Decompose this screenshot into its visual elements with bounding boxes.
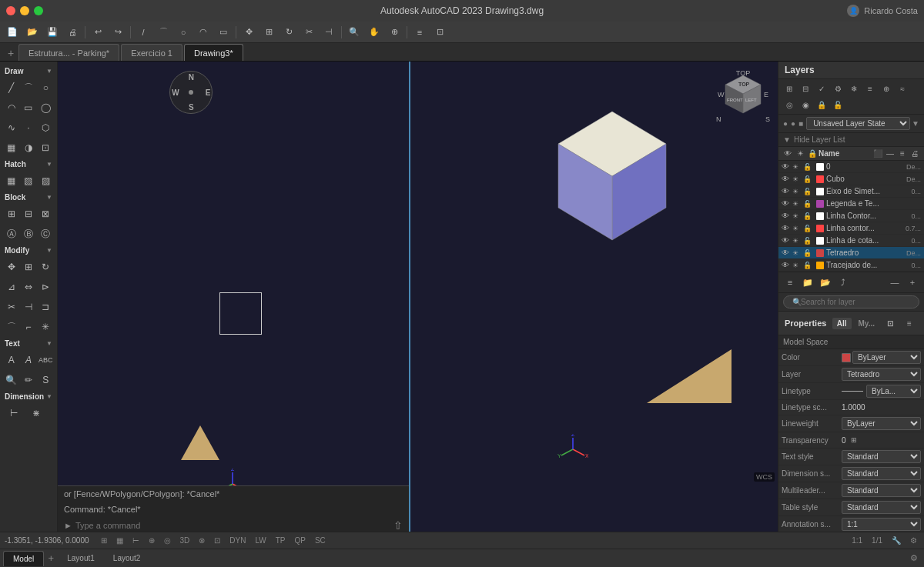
layer-eye-lc1[interactable]: 👁 <box>782 212 792 220</box>
text-section-header[interactable]: Text ▼ <box>2 337 55 350</box>
polar-toggle[interactable]: ⊕ <box>146 536 157 545</box>
layer-eye-lc2[interactable]: 👁 <box>782 224 792 232</box>
hatch-btn[interactable]: ▦ <box>3 172 19 190</box>
customize-btn[interactable]: ⚙ <box>908 536 919 545</box>
wblock-btn[interactable]: ⊠ <box>38 205 54 223</box>
line-button[interactable]: / <box>134 24 152 41</box>
spell-btn[interactable]: ABC <box>38 351 54 369</box>
layer-color-legenda[interactable] <box>816 200 824 208</box>
tab-exercicio[interactable]: Exercicio 1 <box>121 44 182 61</box>
modify-section-header[interactable]: Modify ▼ <box>2 244 55 257</box>
props-tab-all[interactable]: All <box>832 318 852 329</box>
arc-tool-btn[interactable]: ◠ <box>3 98 19 117</box>
hatch-section-header[interactable]: Hatch ▼ <box>2 158 55 171</box>
layer-freeze-lc2[interactable]: ☀ <box>792 225 803 232</box>
tab-model[interactable]: Model <box>3 551 44 566</box>
layer-eye-trac[interactable]: 👁 <box>782 261 792 269</box>
line-tool-btn[interactable]: ╱ <box>3 78 19 97</box>
block-section-header[interactable]: Block ▼ <box>2 191 55 204</box>
trim-button[interactable]: ✂ <box>300 24 318 41</box>
scale-btn[interactable]: ⊿ <box>3 278 19 296</box>
layer-row-eixo[interactable]: 👁 ☀ 🔓 Eixo de Simet... 0... <box>778 185 924 198</box>
osnap-toggle[interactable]: ◎ <box>162 536 173 545</box>
snap-toggle[interactable]: ⊞ <box>99 536 109 545</box>
layer-color-0[interactable] <box>816 163 824 171</box>
layer-minus-btn[interactable]: — <box>886 274 903 291</box>
textstyle-select[interactable]: Standard <box>842 450 921 463</box>
layer-freeze-tetra[interactable]: ☀ <box>792 249 803 257</box>
insert-block-btn[interactable]: ⊞ <box>3 205 19 223</box>
layer-lock-cubo[interactable]: 🔓 <box>803 175 814 183</box>
otrack-toggle[interactable]: ⊗ <box>196 536 207 545</box>
layer-freeze-lcota[interactable]: ☀ <box>792 237 803 245</box>
layer-lock-legenda[interactable]: 🔓 <box>803 200 814 208</box>
sc-toggle[interactable]: SC <box>313 536 328 545</box>
layer-new-btn[interactable]: ⊞ <box>782 81 797 96</box>
qp-toggle[interactable]: QP <box>293 536 308 545</box>
new-tab-button[interactable]: + <box>3 45 18 61</box>
layer-freeze-0[interactable]: ☀ <box>792 163 803 171</box>
layer-row-cubo[interactable]: 👁 ☀ 🔓 Cubo De... <box>778 173 924 185</box>
layer-current-btn[interactable]: ✓ <box>814 81 829 96</box>
layer-freeze-btn[interactable]: ❄ <box>846 81 862 96</box>
layer-lock-lc2[interactable]: 🔓 <box>803 225 814 232</box>
close-button[interactable] <box>6 6 15 15</box>
layer-row-linhacota[interactable]: 👁 ☀ 🔓 Linha de cota... 0... <box>778 235 924 247</box>
layer-color-eixo[interactable] <box>816 188 824 195</box>
layer-freeze-trac[interactable]: ☀ <box>792 262 803 269</box>
command-input[interactable] <box>75 521 393 530</box>
spline-tool-btn[interactable]: ∿ <box>3 118 19 137</box>
save-button[interactable]: 💾 <box>43 24 62 41</box>
layer-walk-btn[interactable]: ≡ <box>862 81 878 96</box>
nav-cube[interactable]: TOP LEFT FRONT TOP W E N S <box>716 69 770 123</box>
layer-search-input[interactable] <box>783 295 919 309</box>
tab-estrutura[interactable]: Estrutura... - Parking* <box>18 44 119 61</box>
draw-section-header[interactable]: Draw ▼ <box>2 65 55 78</box>
rect-tool-btn[interactable]: ▭ <box>20 98 36 117</box>
add-layout-btn[interactable]: + <box>44 552 58 565</box>
layer-dropdown-btn[interactable]: ≡ <box>410 24 429 41</box>
layer-lock-trac[interactable]: 🔓 <box>803 262 814 269</box>
tablestyle-select[interactable]: Standard <box>842 501 921 514</box>
print-button[interactable]: 🖨 <box>63 24 82 41</box>
hatch-btn3[interactable]: ▨ <box>38 172 54 190</box>
layer-delete-btn[interactable]: ⊟ <box>798 81 813 96</box>
move-tool-btn[interactable]: ✥ <box>3 258 19 276</box>
rect-button[interactable]: ▭ <box>214 24 233 41</box>
right-viewport[interactable]: TOP LEFT FRONT TOP W E N S <box>410 62 778 532</box>
circle-button[interactable]: ○ <box>174 24 192 41</box>
dyn-toggle[interactable]: DYN <box>227 536 248 545</box>
layer-row-0[interactable]: 👁 ☀ 🔓 0 De... <box>778 161 924 173</box>
layer-row-tetraedro[interactable]: 👁 ☀ 🔓 Tetraedro De... <box>778 247 924 259</box>
3dosnap-toggle[interactable]: 3D <box>178 536 192 545</box>
layer-eye-0[interactable]: 👁 <box>782 162 792 171</box>
ducs-toggle[interactable]: ⊡ <box>212 536 223 545</box>
layer-color-tetra[interactable] <box>816 249 824 257</box>
copy-tool-btn[interactable]: ⊞ <box>20 258 36 276</box>
region-tool-btn[interactable]: ⬡ <box>38 118 54 137</box>
minimize-button[interactable] <box>20 6 29 15</box>
multileader-select[interactable]: Standard <box>842 484 921 497</box>
layer-unlock-btn[interactable]: 🔓 <box>830 97 845 112</box>
offset-btn[interactable]: ⊳ <box>38 278 54 296</box>
color-swatch[interactable] <box>842 353 851 362</box>
layer-row-linhacontor1[interactable]: 👁 ☀ 🔓 Linha Contor... 0... <box>778 210 924 222</box>
style-btn[interactable]: S <box>38 371 54 389</box>
lw-toggle[interactable]: LW <box>253 536 268 545</box>
rotate-tool-btn[interactable]: ↻ <box>38 258 54 276</box>
eattedit-btn[interactable]: Ⓒ <box>38 225 54 243</box>
stretch-btn[interactable]: ⊐ <box>38 298 54 316</box>
layer-color-lcota[interactable] <box>816 237 824 245</box>
tab-layout1[interactable]: Layout1 <box>58 551 104 566</box>
create-block-btn[interactable]: ⊟ <box>20 205 36 223</box>
polyline-tool-btn[interactable]: ⌒ <box>20 78 36 97</box>
layer-lock-0[interactable]: 🔓 <box>803 163 814 171</box>
props-tab-my[interactable]: My... <box>854 318 879 329</box>
color-select[interactable]: ByLayer <box>852 351 921 364</box>
layout-gear-btn[interactable]: ⚙ <box>907 553 921 563</box>
layer-match-btn[interactable]: ≈ <box>895 81 910 96</box>
textedit-btn[interactable]: ✏ <box>20 371 36 389</box>
attdisp-btn[interactable]: Ⓑ <box>20 225 36 243</box>
layer-lock-lcota[interactable]: 🔓 <box>803 237 814 245</box>
explode-btn[interactable]: ✳ <box>38 318 54 336</box>
